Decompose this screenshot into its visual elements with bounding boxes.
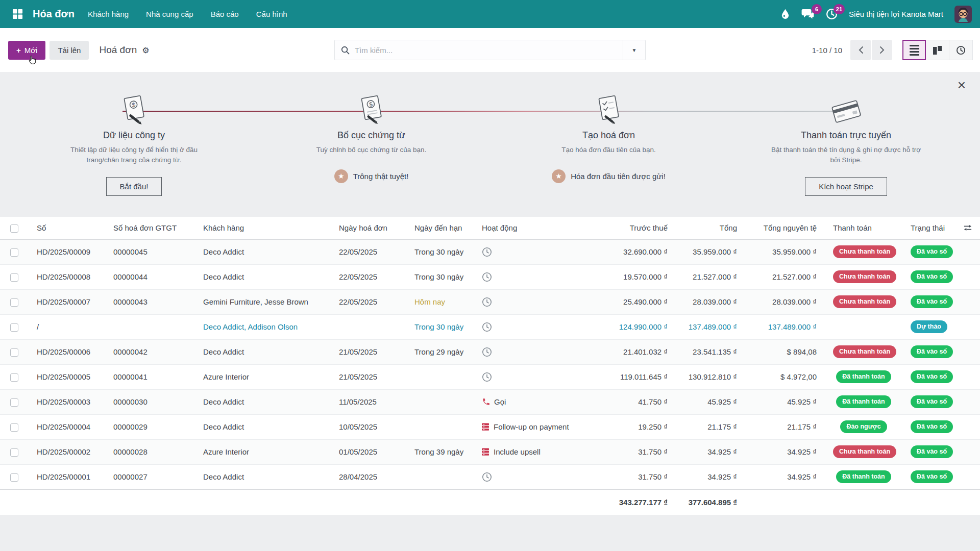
cell-customer: Deco Addict — [195, 464, 331, 489]
cell-activity[interactable] — [474, 464, 584, 489]
table-row[interactable]: HD/2025/00006 00000042 Deco Addict 21/05… — [0, 339, 980, 364]
col-due-date[interactable]: Ngày đến hạn — [406, 217, 474, 239]
cell-activity[interactable] — [474, 239, 584, 264]
start-button[interactable]: Bắt đầu! — [106, 177, 162, 196]
table-row-draft[interactable]: / Deco Addict, Addison Olson Trong 30 ng… — [0, 314, 980, 339]
col-customer[interactable]: Khách hàng — [195, 217, 331, 239]
row-checkbox[interactable] — [10, 473, 18, 482]
apps-grid-icon[interactable] — [8, 5, 27, 23]
cell-invoice-date: 01/05/2025 — [331, 439, 406, 464]
col-total-currency[interactable]: Tổng nguyên tệ — [745, 217, 825, 239]
app-name[interactable]: Hóa đơn — [33, 8, 75, 20]
table-row[interactable]: HD/2025/00009 00000045 Deco Addict 22/05… — [0, 239, 980, 264]
cell-activity[interactable]: Gọi — [474, 389, 584, 414]
cell-total-currency: 28.039.000 ₫ — [745, 289, 825, 314]
star-medal-icon: ★ — [334, 169, 348, 183]
menu-reports[interactable]: Báo cáo — [211, 10, 239, 18]
cell-total: 21.527.000 ₫ — [676, 264, 745, 289]
table-row[interactable]: HD/2025/00002 00000028 Azure Interior 01… — [0, 439, 980, 464]
activity-label: Gọi — [494, 397, 506, 406]
droplet-icon[interactable] — [781, 9, 790, 19]
table-row[interactable]: HD/2025/00001 00000027 Deco Addict 28/04… — [0, 464, 980, 489]
search-input[interactable] — [355, 46, 623, 55]
cell-number: HD/2025/00003 — [29, 389, 105, 414]
status-badge: Đã vào sổ — [911, 445, 953, 458]
search-icon — [341, 46, 350, 55]
pager-prev-button[interactable] — [850, 40, 871, 60]
totals-row: 343.277.177 ₫ 377.604.895 ₫ — [0, 489, 980, 515]
cell-activity[interactable]: Follow-up on payment — [474, 414, 584, 439]
status-badge: Đã vào sổ — [911, 420, 953, 433]
credit-card-icon — [828, 79, 864, 126]
table-row[interactable]: HD/2025/00008 00000044 Deco Addict 22/05… — [0, 264, 980, 289]
cell-activity[interactable] — [474, 264, 584, 289]
col-tax-number[interactable]: Số hoá đơn GTGT — [105, 217, 195, 239]
row-checkbox[interactable] — [10, 373, 18, 382]
step-done-label: Trông thật tuyệt! — [353, 172, 409, 181]
upload-button[interactable]: Tải lên — [50, 41, 89, 60]
col-total[interactable]: Tổng — [676, 217, 745, 239]
activity-clock-icon[interactable]: 21 — [826, 8, 838, 20]
messages-icon[interactable]: 6 — [801, 8, 815, 20]
search-dropdown-toggle[interactable]: ▼ — [623, 40, 645, 60]
phone-icon — [482, 397, 491, 406]
company-data-icon: $ — [119, 79, 149, 126]
col-invoice-date[interactable]: Ngày hoá đơn — [331, 217, 406, 239]
table-row[interactable]: HD/2025/00003 00000030 Deco Addict 11/05… — [0, 389, 980, 414]
menu-customers[interactable]: Khách hàng — [88, 10, 129, 18]
cell-activity[interactable] — [474, 339, 584, 364]
cell-invoice-date: 21/05/2025 — [331, 339, 406, 364]
select-all-checkbox[interactable] — [10, 224, 18, 233]
col-number[interactable]: Số — [29, 217, 105, 239]
star-medal-icon: ★ — [552, 169, 566, 183]
clock-icon — [482, 347, 492, 357]
pager-next-button[interactable] — [872, 40, 892, 60]
activate-stripe-button[interactable]: Kích hoạt Stripe — [805, 177, 887, 196]
cell-due-date: Trong 30 ngày — [406, 239, 474, 264]
row-checkbox[interactable] — [10, 248, 18, 257]
table-row[interactable]: HD/2025/00005 00000041 Azure Interior 21… — [0, 364, 980, 389]
row-checkbox[interactable] — [10, 273, 18, 282]
optional-columns-icon[interactable] — [964, 224, 972, 232]
menu-settings[interactable]: Cấu hình — [256, 10, 287, 18]
search-bar: ▼ — [334, 40, 646, 60]
row-checkbox[interactable] — [10, 323, 18, 332]
upsell-list-icon — [482, 448, 490, 456]
payment-status-badge: Chưa thanh toán — [833, 245, 896, 258]
menu-vendors[interactable]: Nhà cung cấp — [146, 10, 193, 18]
row-checkbox[interactable] — [10, 398, 18, 407]
row-checkbox[interactable] — [10, 348, 18, 357]
cell-customer: Deco Addict — [195, 414, 331, 439]
status-badge: Đã vào sổ — [911, 470, 953, 483]
company-name[interactable]: Siêu thị tiện lợi Kanota Mart — [849, 10, 943, 18]
cell-activity[interactable]: Include upsell — [474, 439, 584, 464]
col-untaxed[interactable]: Trước thuế — [584, 217, 676, 239]
step-description: Bật thanh toán thẻ tín dụng & ghi nợ đượ… — [767, 145, 925, 166]
payment-status-badge: Đã thanh toán — [836, 470, 891, 483]
cell-activity[interactable] — [474, 289, 584, 314]
cell-untaxed: 119.011.645 ₫ — [584, 364, 676, 389]
breadcrumb-title[interactable]: Hoá đơn — [99, 44, 137, 56]
cell-number: HD/2025/00008 — [29, 264, 105, 289]
plus-icon: + — [16, 46, 21, 55]
row-checkbox[interactable] — [10, 448, 18, 457]
row-checkbox[interactable] — [10, 298, 18, 307]
payment-status-badge: Chưa thanh toán — [833, 295, 896, 308]
col-status[interactable]: Trạng thái — [902, 217, 955, 239]
table-row[interactable]: HD/2025/00007 00000043 Gemini Furniture,… — [0, 289, 980, 314]
activity-view-button[interactable] — [949, 40, 973, 60]
cell-activity[interactable] — [474, 314, 584, 339]
col-payment[interactable]: Thanh toán — [825, 217, 902, 239]
col-activity[interactable]: Hoạt động — [474, 217, 584, 239]
cell-activity[interactable] — [474, 364, 584, 389]
user-avatar[interactable] — [954, 6, 972, 23]
cell-invoice-date: 28/04/2025 — [331, 464, 406, 489]
kanban-view-button[interactable] — [926, 40, 949, 60]
table-row[interactable]: HD/2025/00004 00000029 Deco Addict 10/05… — [0, 414, 980, 439]
new-button[interactable]: +Mới — [8, 41, 45, 60]
gear-icon[interactable]: ⚙ — [142, 45, 149, 55]
cell-total-currency: 21.527.000 ₫ — [745, 264, 825, 289]
row-checkbox[interactable] — [10, 423, 18, 432]
cell-invoice-date: 21/05/2025 — [331, 364, 406, 389]
list-view-button[interactable] — [902, 40, 926, 60]
